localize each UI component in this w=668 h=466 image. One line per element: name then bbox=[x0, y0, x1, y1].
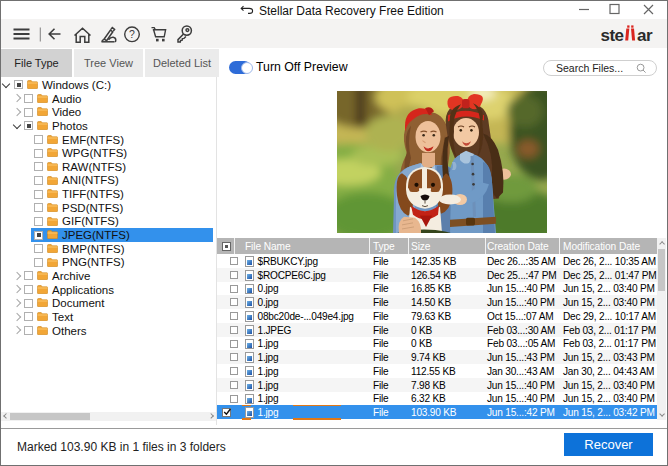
svg-text:?: ? bbox=[129, 28, 135, 40]
svg-text:ste: ste bbox=[601, 26, 624, 45]
svg-text:ar: ar bbox=[637, 26, 653, 45]
